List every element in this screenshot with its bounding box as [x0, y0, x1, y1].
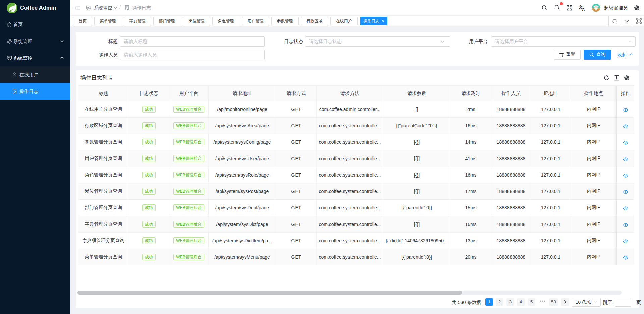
svg-text:A: A: [582, 7, 585, 11]
